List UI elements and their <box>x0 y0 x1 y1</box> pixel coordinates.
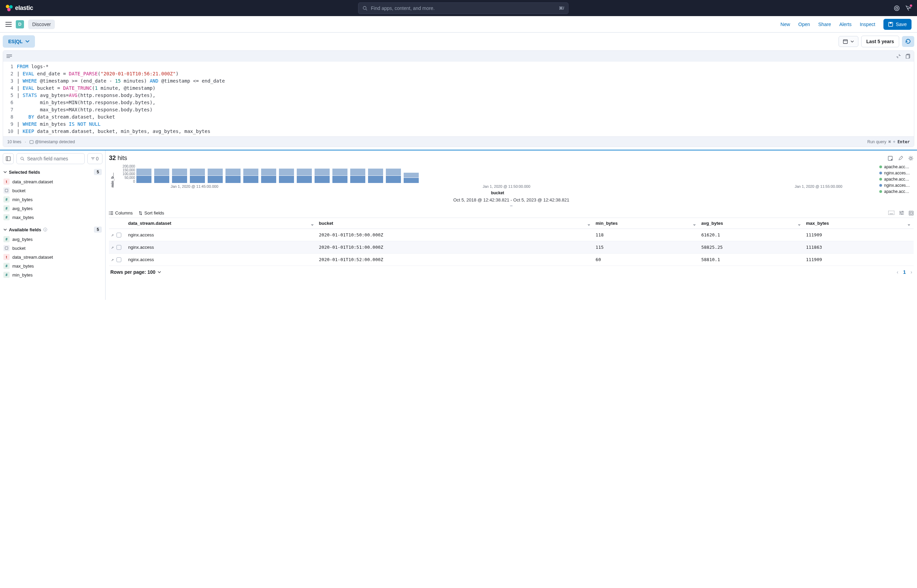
field-item[interactable]: tdata_stream.dataset <box>0 177 105 186</box>
column-header[interactable]: bucket⌄ <box>317 218 594 229</box>
fullscreen-icon[interactable] <box>909 211 914 215</box>
help-icon[interactable] <box>894 5 900 11</box>
chart-bar[interactable] <box>208 169 223 183</box>
collapse-sidebar-button[interactable] <box>3 153 14 164</box>
minimize-icon[interactable] <box>896 54 901 58</box>
nav-link-inspect[interactable]: Inspect <box>860 22 875 27</box>
search-icon <box>363 6 367 11</box>
query-mode-button[interactable]: ES|QL <box>3 35 35 48</box>
svg-point-3 <box>363 6 366 9</box>
field-item[interactable]: #avg_bytes <box>0 204 105 213</box>
resize-handle[interactable]: ═ <box>109 204 914 208</box>
app-badge[interactable]: D <box>16 20 24 28</box>
chart-bars[interactable] <box>136 165 877 183</box>
row-checkbox[interactable] <box>116 245 121 250</box>
page-number[interactable]: 1 <box>903 269 906 275</box>
save-query-icon[interactable] <box>888 155 893 161</box>
run-query-label[interactable]: Run query <box>867 139 886 144</box>
field-filter-button[interactable]: 0 <box>87 153 102 164</box>
cell-max: 111909 <box>804 254 914 266</box>
legend-item[interactable]: nginx.acces… <box>879 171 914 175</box>
available-fields-count: 5 <box>94 226 102 233</box>
breadcrumb-app[interactable]: Discover <box>28 19 55 29</box>
info-icon[interactable]: i <box>43 228 47 232</box>
field-item[interactable]: bucket <box>0 244 105 252</box>
keyboard-icon[interactable] <box>888 211 894 215</box>
nav-toggle-button[interactable] <box>5 22 12 27</box>
expand-icon[interactable]: ↗ <box>111 232 114 237</box>
run-kbd-enter: Enter <box>898 139 910 144</box>
chart-bar[interactable] <box>368 169 383 183</box>
chart-bar[interactable] <box>297 169 312 183</box>
legend-item[interactable]: apache.acc… <box>879 177 914 182</box>
cell-avg: 58825.25 <box>699 241 804 254</box>
edit-icon[interactable] <box>898 155 903 161</box>
expand-icon[interactable]: ↗ <box>111 245 114 250</box>
global-search-input[interactable]: Find apps, content, and more. ⌘/ <box>358 2 568 14</box>
chart-bar[interactable] <box>154 169 169 183</box>
field-item[interactable]: #min_bytes <box>0 270 105 279</box>
sort-label: Sort fields <box>144 210 164 215</box>
chart-bar[interactable] <box>190 169 205 183</box>
nav-link-alerts[interactable]: Alerts <box>839 22 852 27</box>
chart-bar[interactable] <box>333 169 347 183</box>
cell-avg: 58810.1 <box>699 254 804 266</box>
chart-plot[interactable]: 200,000150,000100,00050,0000 Jan 1, 2020… <box>119 165 877 195</box>
table-row[interactable]: ↗nginx.access2020-01-01T10:50:00.000Z118… <box>109 229 914 241</box>
table-row[interactable]: ↗nginx.access2020-01-01T10:52:00.000Z605… <box>109 254 914 266</box>
row-checkbox[interactable] <box>116 233 121 237</box>
nav-link-share[interactable]: Share <box>818 22 831 27</box>
column-header[interactable]: data_stream.dataset⌄ <box>126 218 317 229</box>
calendar-button[interactable] <box>838 36 859 47</box>
field-name: min_bytes <box>12 197 32 202</box>
table-row[interactable]: ↗nginx.access2020-01-01T10:51:00.000Z115… <box>109 241 914 254</box>
elastic-logo[interactable]: elastic <box>5 5 33 12</box>
chart-bar[interactable] <box>261 169 276 183</box>
field-item[interactable]: #max_bytes <box>0 213 105 222</box>
field-search-input[interactable]: Search field names <box>16 153 85 164</box>
nav-link-new[interactable]: New <box>781 22 790 27</box>
chart-bar[interactable] <box>404 173 419 183</box>
legend-item[interactable]: apache.acc… <box>879 165 914 169</box>
chart-bar[interactable] <box>350 169 365 183</box>
chart-bar[interactable] <box>315 169 329 183</box>
legend-item[interactable]: nginx.acces… <box>879 183 914 188</box>
newsfeed-icon[interactable] <box>905 5 912 11</box>
field-item[interactable]: #max_bytes <box>0 262 105 270</box>
available-fields-header[interactable]: Available fields i 5 <box>0 225 105 235</box>
row-checkbox[interactable] <box>116 257 121 262</box>
chart-bar[interactable] <box>279 169 294 183</box>
chart-bar[interactable] <box>243 169 258 183</box>
chart-bar[interactable] <box>136 169 152 183</box>
column-header[interactable]: avg_bytes⌄ <box>699 218 804 229</box>
legend-item[interactable]: apache.acc… <box>879 189 914 194</box>
copy-icon[interactable] <box>906 54 911 58</box>
selected-fields-header[interactable]: Selected fields 5 <box>0 167 105 177</box>
field-item[interactable]: #avg_bytes <box>0 235 105 244</box>
expand-icon[interactable]: ↗ <box>111 257 114 262</box>
columns-button[interactable]: Columns <box>109 210 132 215</box>
chart-bar[interactable] <box>226 169 241 183</box>
field-item[interactable]: tdata_stream.dataset <box>0 252 105 262</box>
rows-per-page-button[interactable]: Rows per page: 100 <box>110 269 161 275</box>
field-item[interactable]: #min_bytes <box>0 195 105 204</box>
page-prev-button[interactable]: ‹ <box>897 269 899 275</box>
chart-bar[interactable] <box>386 169 401 183</box>
display-options-icon[interactable] <box>899 211 904 215</box>
svg-rect-30 <box>5 247 8 249</box>
sort-fields-button[interactable]: Sort fields <box>139 210 164 215</box>
save-button[interactable]: Save <box>883 19 912 30</box>
calendar-icon <box>843 39 848 44</box>
column-header[interactable]: max_bytes⌄ <box>804 218 914 229</box>
chart-bar[interactable] <box>172 169 187 183</box>
refresh-button[interactable] <box>902 36 914 47</box>
gear-icon[interactable] <box>908 155 914 161</box>
code-content[interactable]: FROM logs-*| EVAL end_date = DATE_PARSE(… <box>17 63 914 135</box>
word-wrap-icon[interactable] <box>6 54 12 58</box>
time-range-display[interactable]: Last 5 years <box>861 36 899 47</box>
page-next-button[interactable]: › <box>911 269 912 275</box>
column-header[interactable]: min_bytes⌄ <box>594 218 699 229</box>
code-area[interactable]: 12345678910 FROM logs-*| EVAL end_date =… <box>3 62 914 136</box>
field-item[interactable]: bucket <box>0 186 105 195</box>
nav-link-open[interactable]: Open <box>798 22 810 27</box>
